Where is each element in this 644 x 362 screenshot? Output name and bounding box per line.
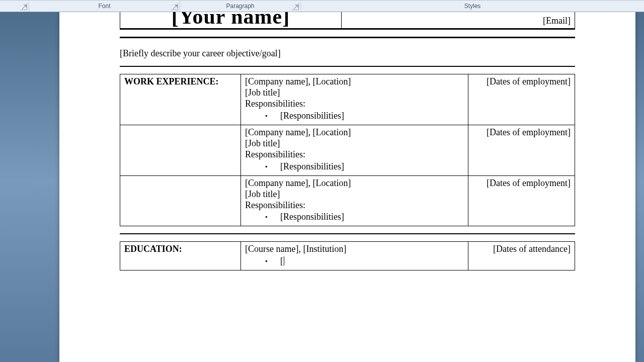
ribbon-font-label: Font bbox=[98, 3, 110, 10]
work-entry-1[interactable]: [Company name], [Location] [Job title] R… bbox=[241, 125, 468, 175]
objective-text[interactable]: [Briefly describe your career objective/… bbox=[120, 48, 575, 59]
work-label-empty[interactable] bbox=[120, 125, 241, 175]
course-text: [Course name], [Institution] bbox=[245, 244, 464, 255]
resp-item: [Responsibilities] bbox=[245, 111, 464, 122]
ribbon-group-styles: Styles bbox=[301, 1, 644, 12]
contact-cell[interactable]: [Email] bbox=[341, 12, 575, 29]
work-table[interactable]: WORK EXPERIENCE: [Company name], [Locati… bbox=[120, 74, 575, 226]
work-label[interactable]: WORK EXPERIENCE: bbox=[120, 74, 241, 125]
ribbon-group-font: Font bbox=[29, 1, 180, 12]
education-dates[interactable]: [Dates of attendance] bbox=[468, 242, 575, 270]
ribbon: Font Paragraph Styles bbox=[0, 0, 644, 12]
resp-label: Responsibilities: bbox=[245, 99, 464, 110]
resp-label: Responsibilities: bbox=[245, 149, 464, 160]
ribbon-group-paragraph: Paragraph bbox=[180, 1, 301, 12]
table-row: WORK EXPERIENCE: [Company name], [Locati… bbox=[120, 74, 575, 125]
name-cell[interactable]: [Your name] bbox=[120, 12, 341, 29]
paragraph-dialog-launcher-icon[interactable] bbox=[292, 3, 299, 10]
education-label[interactable]: EDUCATION: bbox=[120, 242, 241, 270]
email-text: [Email] bbox=[543, 16, 571, 26]
company-text: [Company name], [Location] bbox=[245, 127, 464, 138]
ruler-corner bbox=[0, 1, 29, 12]
education-detail-text: [ bbox=[280, 256, 283, 266]
rule-after-work bbox=[120, 233, 575, 234]
resp-label: Responsibilities: bbox=[245, 200, 464, 211]
table-row: [Company name], [Location] [Job title] R… bbox=[120, 175, 575, 226]
rule-top bbox=[120, 37, 575, 38]
jobtitle-text: [Job title] bbox=[245, 189, 464, 200]
font-dialog-launcher-icon[interactable] bbox=[171, 3, 178, 10]
company-text: [Company name], [Location] bbox=[245, 178, 464, 189]
education-entry[interactable]: [Course name], [Institution] [ bbox=[241, 242, 468, 270]
education-detail: [ bbox=[245, 256, 464, 267]
page[interactable]: [Your name] [Email] [Briefly describe yo… bbox=[59, 12, 635, 362]
work-entry-2[interactable]: [Company name], [Location] [Job title] R… bbox=[241, 175, 468, 226]
resp-item: [Responsibilities] bbox=[245, 161, 464, 172]
work-dates-1[interactable]: [Dates of employment] bbox=[468, 125, 575, 175]
ribbon-paragraph-label: Paragraph bbox=[226, 3, 254, 10]
text-cursor bbox=[284, 256, 284, 265]
jobtitle-text: [Job title] bbox=[245, 87, 464, 99]
document-workspace[interactable]: [Your name] [Email] [Briefly describe yo… bbox=[0, 12, 644, 362]
company-text: [Company name], [Location] bbox=[245, 76, 464, 87]
table-row: EDUCATION: [Course name], [Institution] … bbox=[120, 242, 575, 270]
work-dates-0[interactable]: [Dates of employment] bbox=[468, 74, 575, 125]
ruler-launcher-icon[interactable] bbox=[20, 3, 27, 10]
rule-after-objective bbox=[120, 66, 575, 67]
resp-item: [Responsibilities] bbox=[245, 212, 464, 223]
education-table[interactable]: EDUCATION: [Course name], [Institution] … bbox=[120, 241, 575, 270]
work-label-empty[interactable] bbox=[120, 175, 241, 226]
work-entry-0[interactable]: [Company name], [Location] [Job title] R… bbox=[241, 74, 468, 125]
name-text: [Your name] bbox=[172, 12, 290, 27]
work-dates-2[interactable]: [Dates of employment] bbox=[468, 175, 575, 226]
ribbon-styles-label: Styles bbox=[464, 3, 481, 10]
jobtitle-text: [Job title] bbox=[245, 138, 464, 149]
header-row: [Your name] [Email] bbox=[120, 12, 575, 30]
table-row: [Company name], [Location] [Job title] R… bbox=[120, 125, 575, 175]
